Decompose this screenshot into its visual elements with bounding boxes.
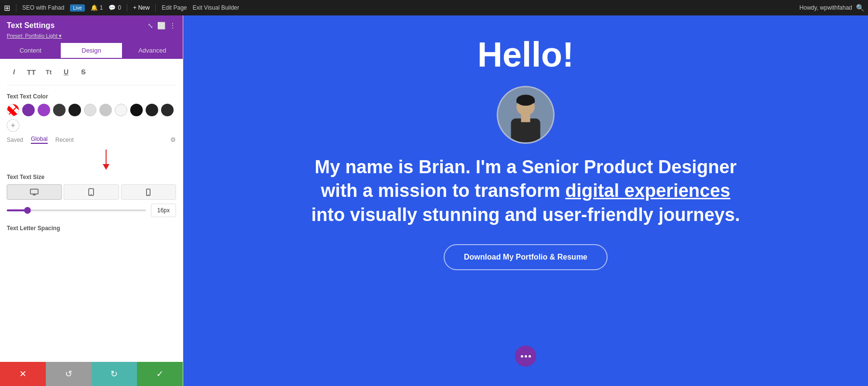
confirm-button[interactable]: ✓: [137, 362, 183, 386]
mobile-device-btn[interactable]: [121, 184, 176, 200]
color-swatch-black2[interactable]: [146, 104, 158, 116]
search-icon[interactable]: 🔍: [856, 4, 864, 12]
panel-header-icons: ⤡ ⬜ ⋮: [148, 22, 176, 29]
panel-header-top: Text Settings ⤡ ⬜ ⋮: [7, 21, 176, 30]
size-slider[interactable]: [7, 209, 146, 211]
notifications[interactable]: 🔔 1: [91, 4, 103, 11]
edit-page[interactable]: Edit Page: [162, 4, 187, 11]
hero-text: My name is Brian. I'm a Senior Product D…: [309, 155, 743, 227]
live-badge: Live: [70, 4, 84, 12]
color-swatch-light1[interactable]: [84, 104, 96, 116]
dot-1: [521, 355, 523, 358]
main-wrapper: Text Settings ⤡ ⬜ ⋮ Preset: Portfolio Li…: [0, 0, 868, 386]
wp-logo[interactable]: ⊞: [4, 3, 10, 13]
collapse-icon[interactable]: ⬜: [157, 22, 165, 29]
admin-bar: ⊞ SEO with Fahad Live 🔔 1 💬 0 + New Edit…: [0, 0, 868, 15]
avatar-image: [498, 86, 553, 144]
tab-advanced[interactable]: Advanced: [122, 43, 183, 59]
avatar-container: [497, 86, 555, 144]
comments[interactable]: 💬 0: [108, 4, 121, 11]
color-swatch-purple2[interactable]: [38, 104, 50, 116]
color-section-label: Text Text Color: [7, 93, 176, 100]
color-swatch-black3[interactable]: [161, 104, 174, 116]
size-input[interactable]: 16px: [151, 204, 176, 217]
svg-rect-12: [521, 115, 530, 122]
divider-3: [155, 4, 156, 12]
preset-line: Preset: Portfolio Light ▾: [7, 33, 176, 39]
panel-title: Text Settings: [7, 21, 54, 30]
desktop-device-btn[interactable]: [7, 184, 62, 200]
admin-bar-right: Howdy, wpwithfahad 🔍: [800, 4, 864, 12]
more-button[interactable]: [515, 345, 536, 367]
color-swatch-dark2[interactable]: [68, 104, 81, 116]
color-tabs: Saved Global Recent ⚙: [7, 136, 176, 144]
dot-3: [529, 355, 531, 358]
redo-button[interactable]: ↻: [92, 362, 137, 386]
svg-rect-10: [516, 99, 535, 104]
global-arrow-indicator: [7, 150, 176, 170]
left-panel: Text Settings ⤡ ⬜ ⋮ Preset: Portfolio Li…: [0, 15, 183, 386]
color-tab-global[interactable]: Global: [31, 136, 48, 144]
divider-1: [16, 4, 16, 12]
tab-design[interactable]: Design: [61, 43, 122, 59]
avatar: [497, 86, 555, 144]
svg-point-6: [148, 194, 149, 195]
size-section-label: Text Text Size: [7, 174, 176, 180]
hero-title: Hello!: [477, 35, 574, 74]
site-name[interactable]: SEO with Fahad: [22, 4, 64, 11]
svg-point-4: [91, 194, 92, 195]
slider-row: 16px: [7, 204, 176, 217]
dot-2: [525, 355, 527, 358]
color-swatch-lightest[interactable]: [115, 104, 127, 116]
svg-rect-0: [30, 189, 38, 194]
panel-tabs: Content Design Advanced: [0, 43, 183, 59]
desktop-icon: [30, 189, 39, 195]
color-swatch-black1[interactable]: [130, 104, 143, 116]
tablet-device-btn[interactable]: [64, 184, 119, 200]
color-swatch-dark1[interactable]: [53, 104, 66, 116]
mobile-icon: [146, 189, 150, 196]
expand-icon[interactable]: ⤡: [148, 22, 153, 29]
color-tab-recent[interactable]: Recent: [55, 137, 74, 143]
bold-large-button[interactable]: TT: [24, 65, 39, 79]
hero-text-part2: into visually stunning and user-friendly…: [312, 205, 740, 225]
panel-content: I TT Tt U S Text Text Color: [0, 59, 183, 362]
transparent-swatch[interactable]: [7, 104, 19, 116]
panel-header: Text Settings ⤡ ⬜ ⋮ Preset: Portfolio Li…: [0, 15, 183, 43]
preset-text[interactable]: Preset: Portfolio Light ▾: [7, 33, 62, 39]
format-row: I TT Tt U S: [7, 65, 176, 85]
canvas-area: Hello! My name: [183, 15, 868, 386]
howdy-text: Howdy, wpwithfahad: [800, 4, 852, 11]
more-options-icon[interactable]: ⋮: [169, 22, 176, 29]
slider-thumb: [24, 207, 31, 214]
exit-builder[interactable]: Exit Visual Builder: [193, 4, 240, 11]
size-section: Text Text Size: [7, 174, 176, 217]
color-swatch-light2[interactable]: [99, 104, 112, 116]
download-button[interactable]: Download My Portfolio & Resume: [444, 244, 608, 270]
divider-2: [127, 4, 127, 12]
color-tab-saved[interactable]: Saved: [7, 137, 23, 143]
color-settings-icon[interactable]: ⚙: [170, 136, 176, 143]
add-color-button[interactable]: +: [7, 119, 19, 132]
color-swatches: +: [7, 104, 176, 132]
hero-text-underlined: digital experiences: [565, 180, 730, 201]
undo-button[interactable]: ↺: [46, 362, 92, 386]
tablet-icon: [88, 188, 94, 196]
new-button[interactable]: + New: [133, 4, 149, 11]
color-swatch-purple[interactable]: [22, 104, 35, 116]
cancel-button[interactable]: ✕: [0, 362, 46, 386]
panel-actions: ✕ ↺ ↻ ✓: [0, 362, 183, 386]
device-row: [7, 184, 176, 200]
italic-button[interactable]: I: [7, 65, 21, 79]
underline-button[interactable]: U: [59, 65, 73, 79]
spacing-label: Text Letter Spacing: [7, 225, 176, 232]
strikethrough-button[interactable]: S: [76, 65, 91, 79]
tab-content[interactable]: Content: [0, 43, 61, 59]
bold-small-button[interactable]: Tt: [41, 65, 56, 79]
